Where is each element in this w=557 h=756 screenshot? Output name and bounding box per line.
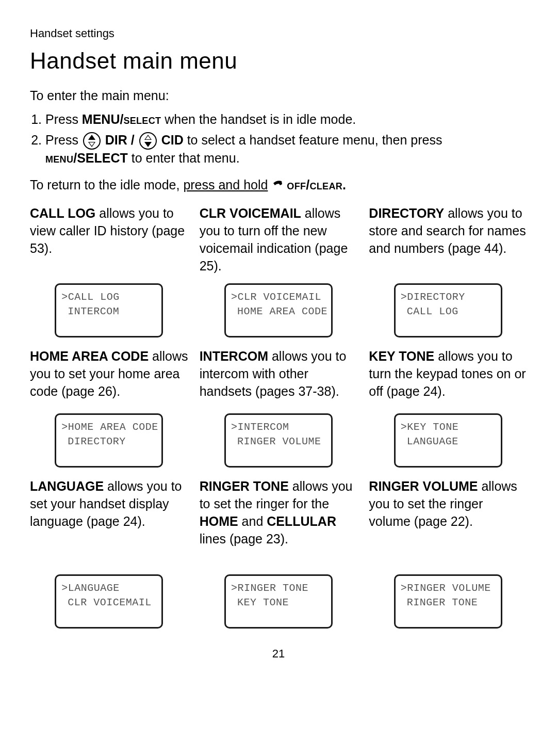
cell-directory: DIRECTORY allows you to store and search…	[369, 205, 527, 341]
lcd-line: DIRECTORY	[61, 435, 156, 449]
return-underline: press and hold	[183, 178, 268, 192]
cell-home-area-code: HOME AREA CODE allows you to set your ho…	[30, 348, 188, 471]
lcd-clr-voicemail: >CLR VOICEMAILHOME AREA CODE	[224, 283, 333, 337]
desc-clr-voicemail: CLR VOICEMAIL allows you to turn off the…	[200, 205, 358, 277]
lcd-line: RINGER VOLUME	[231, 435, 326, 449]
menu-grid: CALL LOG allows you to view caller ID hi…	[30, 205, 527, 632]
lcd-line: RINGER TONE	[401, 596, 496, 610]
lcd-call-log: >CALL LOGINTERCOM	[55, 283, 163, 337]
lcd-line: HOME AREA CODE	[231, 304, 326, 319]
section-label: Handset settings	[30, 26, 527, 41]
lcd-line: >DIRECTORY	[401, 290, 496, 304]
page-number: 21	[30, 646, 527, 662]
desc-ringer-tone: RINGER TONE allows you to set the ringer…	[200, 478, 358, 568]
step1-bold: MENU/select	[82, 112, 161, 126]
desc-key-tone: KEY TONE allows you to turn the keypad t…	[369, 348, 527, 407]
cell-ringer-volume: RINGER VOLUME allows you to set the ring…	[369, 478, 527, 632]
desc-language: LANGUAGE allows you to set your handset …	[30, 478, 188, 568]
page-title: Handset main menu	[30, 45, 527, 76]
dpad-up-icon	[83, 132, 101, 150]
lcd-line: >RINGER TONE	[231, 581, 326, 596]
cell-call-log: CALL LOG allows you to view caller ID hi…	[30, 205, 188, 341]
dpad-down-icon	[139, 132, 157, 150]
cell-intercom: INTERCOM allows you to intercom with oth…	[200, 348, 358, 471]
return-lead: To return to the idle mode,	[30, 178, 183, 192]
cell-clr-voicemail: CLR VOICEMAIL allows you to turn off the…	[200, 205, 358, 341]
desc-directory: DIRECTORY allows you to store and search…	[369, 205, 527, 277]
lcd-key-tone: >KEY TONELANGUAGE	[394, 413, 502, 468]
intro-text: To enter the main menu:	[30, 87, 527, 105]
cell-language: LANGUAGE allows you to set your handset …	[30, 478, 188, 632]
step1-rest: when the handset is in idle mode.	[161, 112, 356, 126]
lcd-line: >INTERCOM	[231, 420, 326, 435]
cid-label: CID	[158, 133, 184, 147]
lcd-line: KEY TONE	[231, 596, 326, 610]
lcd-line: >CLR VOICEMAIL	[231, 290, 326, 304]
step-2: Press DIR / CID to select a handset feat…	[45, 132, 527, 167]
dir-label: DIR /	[102, 133, 138, 147]
lcd-ringer-tone: >RINGER TONEKEY TONE	[224, 574, 333, 629]
lcd-line: >HOME AREA CODE	[61, 420, 156, 435]
return-tail: off/clear.	[287, 178, 346, 192]
lcd-line: >CALL LOG	[61, 290, 156, 304]
lcd-line: >RINGER VOLUME	[401, 581, 496, 596]
cell-key-tone: KEY TONE allows you to turn the keypad t…	[369, 348, 527, 471]
step2-tail: to enter that menu.	[128, 151, 240, 165]
cell-ringer-tone: RINGER TONE allows you to set the ringer…	[200, 478, 358, 632]
step2-menu-select: menu/SELECT	[45, 151, 128, 165]
lcd-line: CLR VOICEMAIL	[61, 596, 156, 610]
step-1: Press MENU/select when the handset is in…	[45, 111, 527, 128]
step2-prefix: Press	[45, 133, 82, 147]
steps-list: Press MENU/select when the handset is in…	[30, 111, 527, 167]
return-line: To return to the idle mode, press and ho…	[30, 176, 527, 194]
lcd-home-area-code: >HOME AREA CODEDIRECTORY	[55, 413, 163, 468]
phone-off-icon	[272, 180, 285, 192]
lcd-language: >LANGUAGECLR VOICEMAIL	[55, 574, 163, 629]
lcd-line: >LANGUAGE	[61, 581, 156, 596]
lcd-intercom: >INTERCOMRINGER VOLUME	[224, 413, 333, 468]
lcd-line: CALL LOG	[401, 304, 496, 319]
lcd-line: LANGUAGE	[401, 435, 496, 449]
lcd-ringer-volume: >RINGER VOLUMERINGER TONE	[394, 574, 502, 629]
desc-home-area-code: HOME AREA CODE allows you to set your ho…	[30, 348, 188, 407]
desc-intercom: INTERCOM allows you to intercom with oth…	[200, 348, 358, 407]
lcd-directory: >DIRECTORYCALL LOG	[394, 283, 502, 337]
lcd-line: INTERCOM	[61, 304, 156, 319]
desc-call-log: CALL LOG allows you to view caller ID hi…	[30, 205, 188, 277]
desc-ringer-volume: RINGER VOLUME allows you to set the ring…	[369, 478, 527, 568]
step1-prefix: Press	[45, 112, 82, 126]
step2-mid: to select a handset feature menu, then p…	[184, 133, 443, 147]
lcd-line: >KEY TONE	[401, 420, 496, 435]
